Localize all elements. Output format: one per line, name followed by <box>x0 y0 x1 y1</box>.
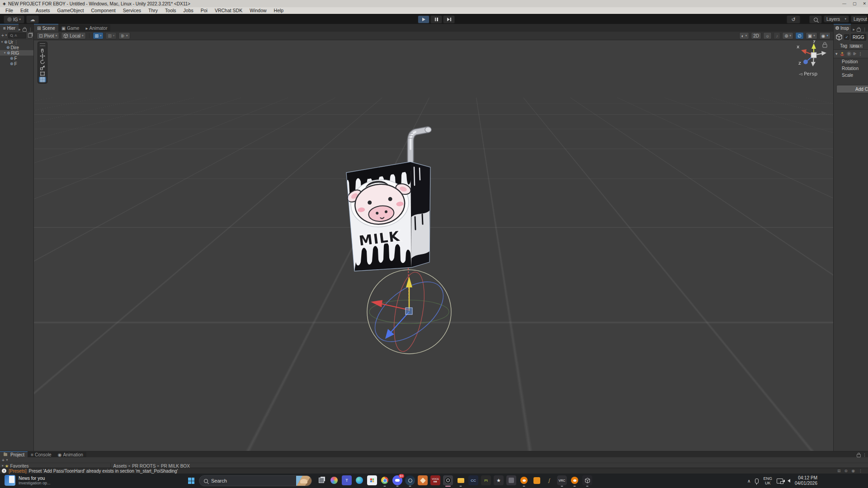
local-dropdown[interactable]: Local ▾ <box>61 32 85 39</box>
window-stack-icon[interactable] <box>28 33 32 38</box>
tab-console[interactable]: ≡ Console <box>28 452 55 457</box>
vrc-companion-icon[interactable]: VRC <box>557 475 567 485</box>
kebab-menu-icon[interactable]: ⋮ <box>858 52 862 56</box>
rect-tool[interactable] <box>39 71 46 76</box>
menu-edit[interactable]: Edit <box>17 8 32 13</box>
cast-icon[interactable] <box>777 479 783 483</box>
menu-tools[interactable]: Tools <box>161 8 180 13</box>
tab-animator[interactable]: ▸ Animator <box>82 24 110 32</box>
copilot-icon[interactable] <box>329 475 339 485</box>
undo-history-button[interactable]: ↺ <box>787 15 800 23</box>
draw-mode-dropdown[interactable]: ◐ ▾ <box>739 32 750 39</box>
snap-toggle[interactable]: ⊞ ▾ <box>105 32 117 39</box>
pause-button[interactable] <box>430 15 442 23</box>
tab-hierarchy[interactable]: ≡ Hier <box>0 24 19 32</box>
create-asset-button[interactable]: + <box>2 458 5 463</box>
pivot-dropdown[interactable]: ⊡ Pivot ▾ <box>37 32 59 39</box>
minimize-button[interactable]: — <box>842 1 846 6</box>
menu-services[interactable]: Services <box>119 8 145 13</box>
discord-icon[interactable]: 9+ <box>392 475 402 485</box>
start-button[interactable] <box>186 476 196 486</box>
2d-toggle[interactable]: 2D <box>751 32 761 39</box>
menu-help[interactable]: Help <box>270 8 288 13</box>
blender-icon[interactable] <box>519 475 529 485</box>
steam-icon[interactable] <box>405 475 415 485</box>
taskbar-widget[interactable]: News for you Investigation op... <box>5 475 51 486</box>
audio-toggle[interactable]: ♪ <box>774 32 780 39</box>
foldout-icon[interactable]: ▾ <box>2 464 4 468</box>
active-checkbox[interactable]: ✓ <box>844 34 849 40</box>
menu-poi[interactable]: Poi <box>197 8 211 13</box>
presets-icon[interactable]: ⊪ <box>853 52 857 56</box>
expand-icon[interactable]: ▸ <box>19 27 21 32</box>
global-search-button[interactable] <box>809 15 822 23</box>
transform-rotation-row[interactable]: Rotation <box>834 65 868 72</box>
menu-vrchat-sdk[interactable]: VRChat SDK <box>211 8 246 13</box>
lock-icon[interactable] <box>857 454 861 457</box>
menu-jobs[interactable]: Jobs <box>180 8 197 13</box>
status-icon-4[interactable]: ⋮ <box>859 469 863 473</box>
increment-snap-dropdown[interactable]: ⊪ ▾ <box>118 32 130 39</box>
move-tool[interactable] <box>39 53 46 59</box>
teams-icon[interactable]: T <box>342 475 352 485</box>
lock-icon[interactable] <box>857 28 861 32</box>
transform-tool[interactable] <box>39 77 46 82</box>
effects-dropdown[interactable]: ⊛ ▾ <box>782 32 793 39</box>
script-app-icon[interactable]: ʃ <box>544 475 554 485</box>
tag-dropdown[interactable]: Unta ▾ <box>849 43 863 49</box>
layout-dropdown[interactable]: Layout ▾ <box>851 15 867 23</box>
add-component-button[interactable]: Add C <box>836 85 868 93</box>
blender2-icon[interactable] <box>570 475 580 485</box>
gameobject-cube-icon[interactable] <box>835 33 843 41</box>
maximize-button[interactable]: ▢ <box>853 1 857 6</box>
kebab-menu-icon[interactable]: ⋮ <box>28 27 33 32</box>
tab-inspector[interactable]: i Insp <box>834 24 851 32</box>
help-icon[interactable]: ? <box>847 52 851 56</box>
kebab-menu-icon[interactable]: ⋮ <box>14 40 19 45</box>
foldout-icon[interactable]: ▾ <box>0 40 4 44</box>
tab-game[interactable]: ▣ Game <box>58 24 83 32</box>
taskbar-search[interactable]: Search <box>199 475 312 486</box>
hidden-objects-toggle[interactable]: ∅ <box>795 32 804 39</box>
kebab-menu-icon[interactable]: ⋮ <box>863 453 867 457</box>
menu-component[interactable]: Component <box>87 8 119 13</box>
tab-project[interactable]: Project <box>0 451 28 457</box>
menu-assets[interactable]: Assets <box>32 8 54 13</box>
hierarchy-search-input[interactable]: A <box>8 33 26 38</box>
edge-icon[interactable] <box>354 475 364 485</box>
create-button[interactable]: + <box>1 33 4 38</box>
camera-dropdown[interactable]: ▣ ▾ <box>806 32 817 39</box>
layers-dropdown[interactable]: Layers ▾ <box>824 15 849 23</box>
hierarchy-row-rig[interactable]: ▾ ⊛ RIG <box>0 50 33 56</box>
photo-app-icon[interactable] <box>506 475 516 485</box>
tab-animation[interactable]: ◉ Animation <box>55 452 86 457</box>
menu-gameobject[interactable]: GameObject <box>54 8 88 13</box>
scale-tool[interactable] <box>39 65 46 70</box>
account-dropdown[interactable]: IG ▾ <box>4 15 24 23</box>
view-hand-tool[interactable] <box>39 47 46 53</box>
creative-cloud-icon[interactable]: CC <box>468 475 478 485</box>
rotate-tool[interactable] <box>39 59 46 65</box>
orange-app-icon[interactable] <box>532 475 542 485</box>
menu-thry[interactable]: Thry <box>145 8 161 13</box>
status-bar[interactable]: ! [Presets] Preset 'Add Pass/ToonHard' a… <box>0 468 868 474</box>
lighting-toggle[interactable]: ☼ <box>763 32 772 39</box>
clock[interactable]: 04:12 PM 04/01/2026 <box>795 475 817 486</box>
paint-app-icon[interactable] <box>418 475 428 485</box>
obs-icon[interactable] <box>443 475 453 485</box>
voicemeeter-icon[interactable]: VOICE▮▮▮ <box>430 475 440 485</box>
menu-file[interactable]: File <box>2 8 17 13</box>
menu-window[interactable]: Window <box>246 8 270 13</box>
hierarchy-row-scene[interactable]: ▾ ⊛ Ur ⋮ <box>0 39 33 45</box>
status-icon-2[interactable]: ⊛ <box>844 469 848 473</box>
play-button[interactable] <box>418 15 429 23</box>
close-button[interactable]: ✕ <box>863 1 866 6</box>
gameobject-name-field[interactable]: RIGG <box>851 34 866 41</box>
ms-store-icon[interactable] <box>367 475 377 485</box>
foldout-icon[interactable]: ▾ <box>3 51 7 55</box>
step-button[interactable] <box>443 15 455 23</box>
expand-icon[interactable]: ▸ <box>853 27 855 32</box>
star-app-icon[interactable]: ★ <box>494 475 504 485</box>
hierarchy-row-child1[interactable]: ⊛ F <box>0 56 33 61</box>
transform-scale-row[interactable]: Scale <box>834 72 868 79</box>
